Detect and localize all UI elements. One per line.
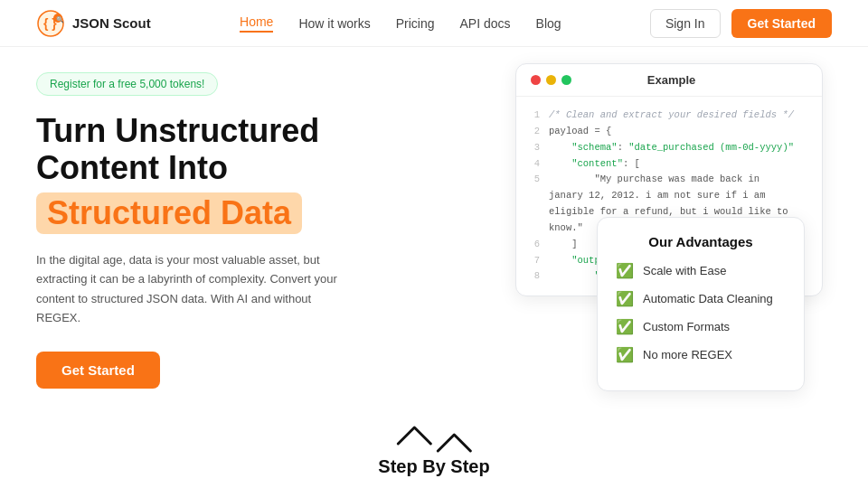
check-icon-1: ✅ xyxy=(616,262,634,279)
svg-text:🔍: 🔍 xyxy=(56,14,64,23)
window-dots xyxy=(531,75,571,85)
step-section: Step By Step xyxy=(378,426,489,477)
dot-yellow xyxy=(546,75,556,85)
hero-section: Register for a free 5,000 tokens! Turn U… xyxy=(36,63,443,389)
hero-highlight: Structured Data xyxy=(36,192,302,234)
nav-how-it-works[interactable]: How it works xyxy=(298,16,370,31)
advantage-label-3: Custom Formats xyxy=(643,320,730,333)
logo-icon: { } 🔍 xyxy=(36,9,65,38)
nav-actions: Sign In Get Started xyxy=(650,9,832,38)
advantage-item-3: ✅ Custom Formats xyxy=(616,318,786,335)
nav-pricing[interactable]: Pricing xyxy=(396,16,435,31)
dot-red xyxy=(531,75,541,85)
step-arrows xyxy=(378,426,489,453)
nav-blog[interactable]: Blog xyxy=(536,16,561,31)
code-line: 1 /* Clean and extract your desired fiel… xyxy=(531,108,807,124)
hero-title: Turn Unstructured Content Into xyxy=(36,112,443,187)
advantage-item-1: ✅ Scale with Ease xyxy=(616,262,786,279)
code-line: 2 payload = { xyxy=(531,124,807,140)
check-icon-3: ✅ xyxy=(616,318,634,335)
right-panel: Example 1 /* Clean and extract your desi… xyxy=(443,63,832,389)
arrow-icon-right xyxy=(436,433,472,453)
advantages-title: Our Advantages xyxy=(616,234,786,249)
advantage-item-4: ✅ No more REGEX xyxy=(616,346,786,363)
code-card-title: Example xyxy=(647,73,695,87)
hero-title-line2: Content Into xyxy=(36,149,228,186)
advantage-label-4: No more REGEX xyxy=(643,348,732,361)
hero-title-line1: Turn Unstructured xyxy=(36,112,319,149)
check-icon-2: ✅ xyxy=(616,290,634,307)
register-badge: Register for a free 5,000 tokens! xyxy=(36,72,218,96)
nav-api-docs[interactable]: API docs xyxy=(460,16,511,31)
step-title: Step By Step xyxy=(378,456,489,477)
code-card-header: Example xyxy=(516,64,822,97)
check-icon-4: ✅ xyxy=(616,346,634,363)
nav-home[interactable]: Home xyxy=(240,14,273,33)
advantage-label-2: Automatic Data Cleaning xyxy=(643,292,773,305)
advantage-item-2: ✅ Automatic Data Cleaning xyxy=(616,290,786,307)
logo-text: JSON Scout xyxy=(72,15,151,31)
advantage-label-1: Scale with Ease xyxy=(643,264,727,277)
hero-description: In the digital age, data is your most va… xyxy=(36,250,344,328)
dot-green xyxy=(561,75,571,85)
arrow-icon-left xyxy=(396,426,432,446)
nav-links: Home How it works Pricing API docs Blog xyxy=(240,14,561,33)
navbar: { } 🔍 JSON Scout Home How it works Prici… xyxy=(0,0,868,47)
main-content: Register for a free 5,000 tokens! Turn U… xyxy=(0,47,868,389)
code-line: 3 "schema": "date_purchased (mm-0d-yyyy)… xyxy=(531,140,807,156)
signin-button[interactable]: Sign In xyxy=(650,9,721,38)
get-started-nav-button[interactable]: Get Started xyxy=(731,9,832,38)
logo: { } 🔍 JSON Scout xyxy=(36,9,151,38)
advantages-card: Our Advantages ✅ Scale with Ease ✅ Autom… xyxy=(597,217,805,391)
get-started-hero-button[interactable]: Get Started xyxy=(36,352,160,389)
code-line: 4 "content": [ xyxy=(531,156,807,173)
